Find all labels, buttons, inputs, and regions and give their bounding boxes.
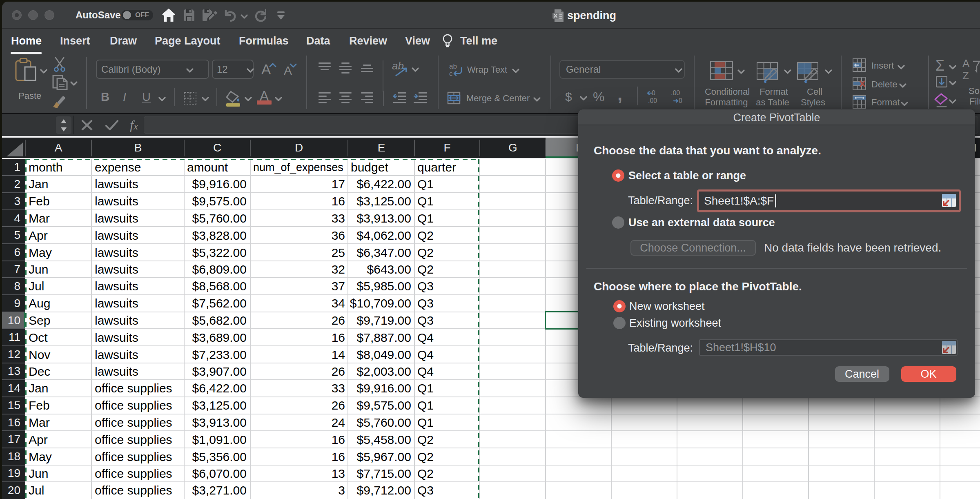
svg-text:Z: Z: [962, 69, 969, 82]
svg-text:0: 0: [652, 90, 655, 96]
svg-text:c: c: [449, 70, 453, 78]
svg-text:.00: .00: [671, 90, 680, 96]
svg-text:A: A: [962, 58, 970, 69]
svg-text:.00: .00: [648, 97, 657, 104]
svg-text:ab: ab: [449, 63, 457, 70]
